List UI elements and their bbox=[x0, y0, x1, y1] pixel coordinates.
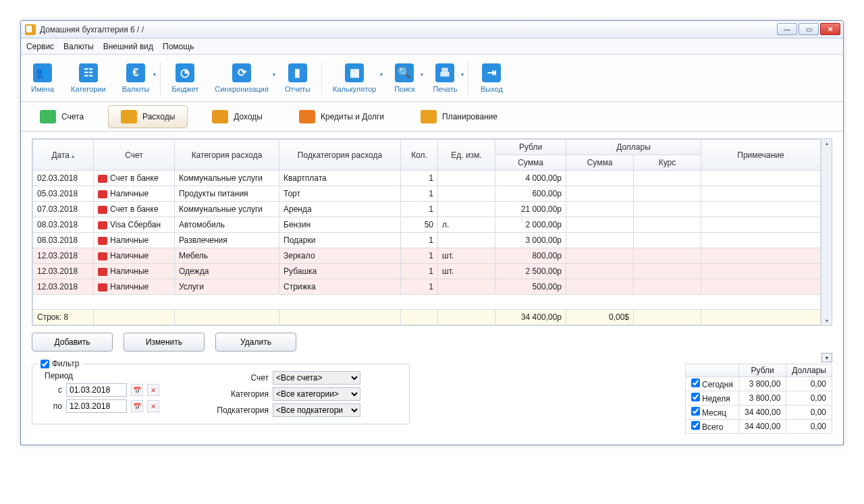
col-usd[interactable]: Доллары bbox=[566, 140, 701, 155]
toolbar-budget[interactable]: ◔Бюджет bbox=[163, 61, 207, 96]
date-to-input[interactable] bbox=[66, 399, 127, 413]
expenses-grid: Дата Счет Категория расхода Подкатегория… bbox=[32, 138, 832, 326]
tab-income[interactable]: Доходы bbox=[200, 106, 275, 128]
euro-icon: € bbox=[126, 63, 145, 82]
toolbar-names[interactable]: 👥Имена bbox=[22, 61, 63, 96]
menu-currencies[interactable]: Валюты bbox=[63, 42, 94, 51]
vertical-scrollbar[interactable]: ▴▾ bbox=[821, 139, 832, 325]
toolbar-sync[interactable]: ⟳Синхронизация▾ bbox=[207, 61, 277, 96]
tree-icon: ☷ bbox=[79, 63, 98, 82]
table-row[interactable]: 05.03.2018НаличныеПродукты питанияТорт16… bbox=[33, 186, 821, 202]
summary-table: РублиДоллары Сегодня3 800,000,00 Неделя3… bbox=[685, 364, 832, 434]
col-subcategory[interactable]: Подкатегория расхода bbox=[279, 140, 401, 171]
sync-icon: ⟳ bbox=[232, 63, 251, 82]
date-from-input[interactable] bbox=[66, 383, 127, 397]
toolbar-exit[interactable]: ⇥Выход bbox=[471, 61, 512, 96]
expenses-icon bbox=[121, 110, 137, 123]
toolbar-reports[interactable]: ▮Отчеты bbox=[277, 61, 319, 96]
col-unit[interactable]: Ед. изм. bbox=[438, 140, 495, 171]
summary-row: Неделя3 800,000,00 bbox=[685, 391, 832, 405]
col-note[interactable]: Примечание bbox=[701, 140, 821, 171]
tab-expenses[interactable]: Расходы bbox=[108, 105, 188, 128]
clear-to-icon[interactable]: ✕ bbox=[147, 400, 159, 412]
add-button[interactable]: Добавить bbox=[32, 333, 113, 352]
income-icon bbox=[212, 110, 228, 123]
print-icon: 🖶 bbox=[435, 63, 454, 82]
col-rub[interactable]: Рубли bbox=[495, 140, 566, 155]
app-window: Домашняя бухгалтерия 6 / / — ▭ ✕ Сервис … bbox=[20, 20, 844, 445]
credits-icon bbox=[299, 110, 315, 123]
summary-row: Строк: 8 34 400,00р 0,00$ bbox=[33, 310, 821, 325]
chart-icon: ▮ bbox=[288, 63, 307, 82]
col-date[interactable]: Дата bbox=[33, 140, 94, 171]
summary-row: Сегодня3 800,000,00 bbox=[685, 377, 832, 391]
menubar: Сервис Валюты Внешний вид Помощь bbox=[21, 38, 843, 55]
toolbar-search[interactable]: 🔍Поиск▾ bbox=[384, 61, 425, 96]
tab-credits[interactable]: Кредиты и Долги bbox=[287, 106, 396, 128]
menu-help[interactable]: Помощь bbox=[163, 42, 194, 51]
exit-icon: ⇥ bbox=[482, 63, 501, 82]
filter-subcategory-select[interactable]: <Все подкатегори bbox=[273, 403, 360, 417]
table-row[interactable]: 12.03.2018НаличныеМебельЗеркало1шт.800,0… bbox=[33, 248, 821, 264]
filter-panel: Фильтр Период с 📅 ✕ по 📅 ✕ Счет<Все счет… bbox=[32, 364, 410, 424]
menu-view[interactable]: Внешний вид bbox=[103, 42, 153, 51]
col-usd-sum[interactable]: Сумма bbox=[566, 155, 634, 171]
summary-rows: Строк: 8 bbox=[33, 310, 94, 325]
tab-accounts[interactable]: Счета bbox=[28, 106, 96, 128]
titlebar: Домашняя бухгалтерия 6 / / — ▭ ✕ bbox=[21, 21, 843, 38]
col-rub-sum[interactable]: Сумма bbox=[495, 155, 566, 171]
edit-button[interactable]: Изменить bbox=[124, 333, 205, 352]
window-title: Домашняя бухгалтерия 6 / / bbox=[40, 25, 144, 34]
table-row[interactable]: 12.03.2018НаличныеУслугиСтрижка1500,00р bbox=[33, 279, 821, 295]
summary-row: Месяц34 400,000,00 bbox=[685, 405, 832, 420]
table-row[interactable]: 02.03.2018Счет в банкеКоммунальные услуг… bbox=[33, 171, 821, 186]
calendar-to-icon[interactable]: 📅 bbox=[131, 400, 143, 412]
collapse-toggle[interactable]: ▾ bbox=[821, 353, 832, 362]
summary-row: Всего34 400,000,00 bbox=[685, 420, 832, 434]
accounts-icon bbox=[40, 110, 56, 123]
table-row[interactable]: 07.03.2018Счет в банкеКоммунальные услуг… bbox=[33, 202, 821, 217]
table-row[interactable]: 08.03.2018Visa СбербанАвтомобильБензин50… bbox=[33, 217, 821, 233]
delete-button[interactable]: Удалить bbox=[215, 333, 296, 352]
toolbar-categories[interactable]: ☷Категории bbox=[63, 61, 114, 96]
toolbar-calc[interactable]: ▦Калькулятор▾ bbox=[325, 61, 384, 96]
calculator-icon: ▦ bbox=[345, 63, 364, 82]
gauge-icon: ◔ bbox=[176, 63, 194, 82]
planning-icon bbox=[421, 110, 437, 123]
col-category[interactable]: Категория расхода bbox=[175, 140, 279, 171]
table-row[interactable]: 08.03.2018НаличныеРазвлеченияПодарки13 0… bbox=[33, 233, 821, 248]
toolbar-currencies[interactable]: €Валюты▾ bbox=[114, 61, 158, 96]
people-icon: 👥 bbox=[33, 63, 52, 82]
filter-enable-checkbox[interactable] bbox=[40, 360, 49, 368]
search-icon: 🔍 bbox=[395, 63, 414, 82]
clear-from-icon[interactable]: ✕ bbox=[147, 384, 159, 396]
col-usd-rate[interactable]: Курс bbox=[634, 155, 701, 171]
summary-rub: 34 400,00р bbox=[495, 310, 566, 325]
menu-service[interactable]: Сервис bbox=[26, 42, 54, 51]
toolbar-print[interactable]: 🖶Печать▾ bbox=[425, 61, 465, 96]
col-qty[interactable]: Кол. bbox=[401, 140, 438, 171]
tab-planning[interactable]: Планирование bbox=[408, 106, 510, 128]
maximize-button[interactable]: ▭ bbox=[799, 23, 819, 35]
tabbar: Счета Расходы Доходы Кредиты и Долги Пла… bbox=[21, 102, 843, 132]
minimize-button[interactable]: — bbox=[777, 23, 797, 35]
summary-usd: 0,00$ bbox=[566, 310, 634, 325]
app-icon bbox=[25, 24, 36, 35]
table-row[interactable]: 12.03.2018НаличныеОдеждаРубашка1шт.2 500… bbox=[33, 264, 821, 279]
filter-account-select[interactable]: <Все счета> bbox=[273, 371, 360, 385]
filter-category-select[interactable]: <Все категории> bbox=[273, 387, 360, 401]
col-account[interactable]: Счет bbox=[94, 140, 175, 171]
toolbar: 👥Имена ☷Категории €Валюты▾ ◔Бюджет ⟳Синх… bbox=[21, 55, 843, 102]
close-button[interactable]: ✕ bbox=[820, 23, 840, 35]
calendar-from-icon[interactable]: 📅 bbox=[131, 384, 143, 396]
